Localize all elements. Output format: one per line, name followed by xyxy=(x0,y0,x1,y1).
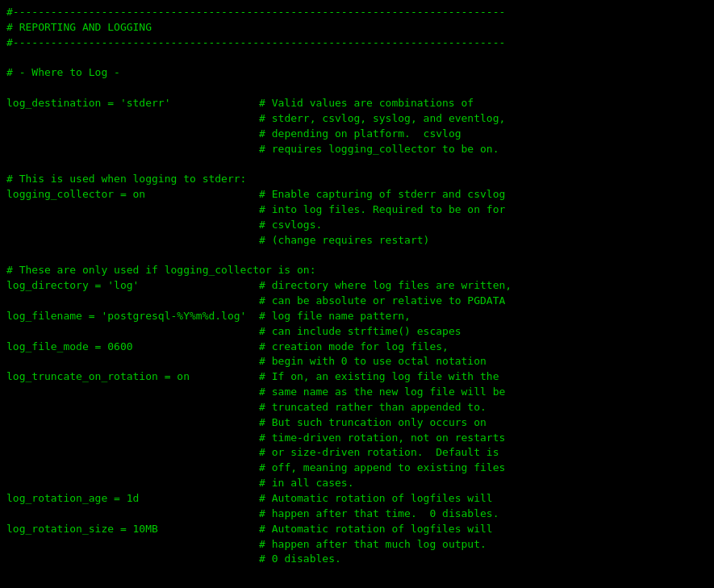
config-content: #---------------------------------------… xyxy=(6,5,708,567)
